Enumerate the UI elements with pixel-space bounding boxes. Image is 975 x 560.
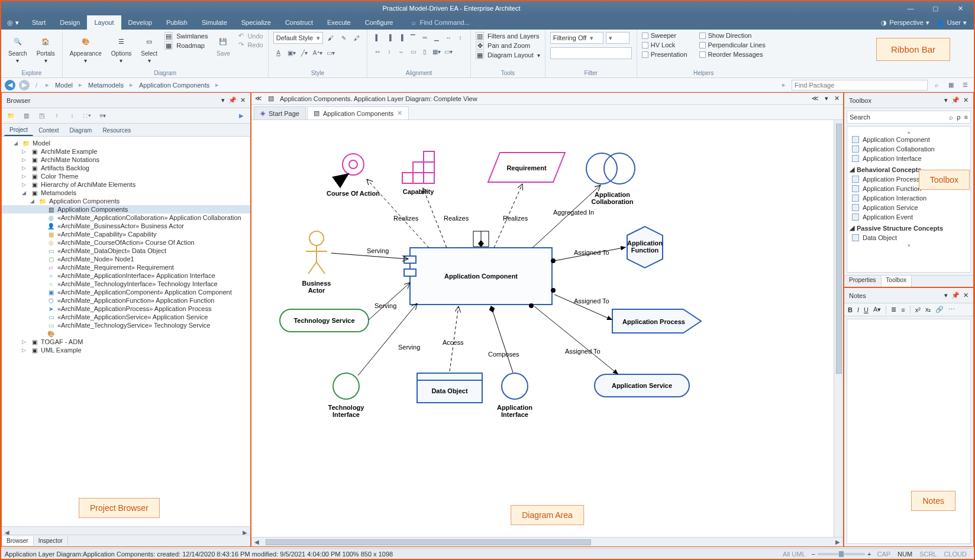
canvas-tab-start[interactable]: ◈Start Page <box>254 106 306 119</box>
tab-close-icon[interactable]: ✕ <box>397 109 402 117</box>
tree-requirement[interactable]: ▱«ArchiMate_Requirement» Requirement <box>2 263 250 271</box>
tree-node[interactable]: ▢«ArchiMate_Node» Node1 <box>2 255 250 263</box>
align-middle-button[interactable]: ═ <box>419 32 430 43</box>
filters-layers-button[interactable]: ▥Filters and Layers <box>476 32 540 40</box>
zoom-out-icon[interactable]: − <box>809 551 818 558</box>
browser-tab-resources[interactable]: Resources <box>97 125 136 136</box>
tree-palette[interactable]: 🎨 <box>2 329 250 338</box>
browser-tab-project[interactable]: Project <box>4 124 33 136</box>
search-icon[interactable]: ⌕ <box>949 114 953 121</box>
tab-publish[interactable]: Publish <box>159 15 195 30</box>
vertical-scrollbar[interactable] <box>834 120 843 537</box>
panel-close-icon[interactable]: ✕ <box>963 292 968 299</box>
tab-execute[interactable]: Execute <box>320 15 358 30</box>
tree-capability[interactable]: ▦«ArchiMate_Capability» Capability <box>2 230 250 238</box>
element-app-function[interactable]: ApplicationFunction <box>627 226 663 268</box>
tree-model[interactable]: ◢📁Model <box>2 139 250 147</box>
find-command-input[interactable] <box>419 19 490 26</box>
element-app-component[interactable]: Application Component <box>404 248 552 305</box>
element-requirement[interactable]: Requirement <box>488 153 565 182</box>
tree-appcomp-diagram[interactable]: ▧Application Components <box>2 205 250 213</box>
element-app-collaboration[interactable]: ApplicationCollaboration <box>586 153 635 205</box>
tab-construct[interactable]: Construct <box>278 15 320 30</box>
line-button[interactable]: ╱▾ <box>299 47 310 58</box>
minimize-button[interactable]: — <box>902 5 919 12</box>
browser-tab-context[interactable]: Context <box>33 125 64 136</box>
tree-uml[interactable]: ▷▣UML Example <box>2 346 250 354</box>
filter-op-combo[interactable]: ▾ <box>606 32 629 44</box>
panel-dropdown-icon[interactable]: ▾ <box>944 292 948 299</box>
down-icon[interactable]: ↓ <box>67 111 78 121</box>
tab-toolbox[interactable]: Toolbox <box>882 276 912 287</box>
crumb-metamodels[interactable]: Metamodels <box>88 82 124 89</box>
style-combo[interactable]: Default Style▾ <box>273 32 323 44</box>
tree-togaf[interactable]: ▷▣TOGAF - ADM <box>2 338 250 346</box>
tab-design[interactable]: Design <box>53 15 87 30</box>
swimlanes-button[interactable]: ▤Swimlanes <box>164 32 208 40</box>
tab-properties[interactable]: Properties <box>844 276 882 287</box>
brush-icon[interactable]: 🖍 <box>351 33 362 43</box>
toolbox-item[interactable]: Data Object <box>847 233 970 242</box>
border-button[interactable]: ▭▾ <box>325 47 336 58</box>
search-button[interactable]: 🔍 Search▾ <box>6 32 30 65</box>
element-course-of-action[interactable]: Course Of Action <box>327 154 380 197</box>
tab-simulate[interactable]: Simulate <box>195 15 234 30</box>
bottom-tab-browser[interactable]: Browser <box>2 536 34 545</box>
presentation-checkbox[interactable]: Presentation <box>642 51 687 58</box>
toolbox-item[interactable]: Application Service <box>847 203 970 212</box>
align-right-button[interactable]: ▐ <box>396 32 406 43</box>
space-h-button[interactable]: ▭ <box>408 46 418 57</box>
reorder-checkbox[interactable]: Reorder Messages <box>699 51 766 58</box>
tree-archimate-notations[interactable]: ▷▣ArchiMate Notations <box>2 156 250 164</box>
filter-mode-combo[interactable]: Filtering Off▾ <box>550 32 603 44</box>
tree-hierarchy[interactable]: ▷▣Hierarchy of ArchiMate Elements <box>2 180 250 189</box>
tree-appcomp-pkg[interactable]: ◢📁Application Components <box>2 197 250 205</box>
font-button[interactable]: A <box>273 47 284 58</box>
more-button[interactable]: ⋯ <box>948 306 955 313</box>
showdirection-checkbox[interactable]: Show Direction <box>699 32 766 39</box>
space-v-button[interactable]: ▯ <box>419 46 430 57</box>
horizontal-scrollbar[interactable]: ◀▶ <box>251 537 843 546</box>
toolbox-item[interactable]: Application Collaboration <box>847 144 970 154</box>
save-button[interactable]: 💾 Save <box>212 32 234 58</box>
app-menu-button[interactable]: ◎ ▾ <box>1 15 25 30</box>
bold-button[interactable]: B <box>848 306 853 313</box>
roadmap-button[interactable]: ▦Roadmap <box>164 41 208 50</box>
tree-icon[interactable]: ⸬▾ <box>82 111 93 121</box>
tree-techif[interactable]: ○«ArchiMate_TechnologyInterface» Technol… <box>2 280 250 288</box>
tab-start[interactable]: Start <box>25 15 53 30</box>
panel-dropdown-icon[interactable]: ▾ <box>944 96 948 104</box>
tree-courseofaction[interactable]: ◎«ArchiMate_CourseOfAction» Course Of Ac… <box>2 238 250 247</box>
diagram-canvas[interactable]: Course Of Action Capability Requirement <box>251 120 843 537</box>
bottom-tab-inspector[interactable]: Inspector <box>34 536 68 545</box>
appearance-button[interactable]: 🎨 Appearance▾ <box>67 32 104 65</box>
find-package-input[interactable] <box>792 80 928 90</box>
sub-button[interactable]: x₂ <box>925 306 931 313</box>
element-business-actor[interactable]: BusinessActor <box>302 231 331 294</box>
panel-pin-icon[interactable]: 📌 <box>951 96 960 104</box>
tree-color-theme[interactable]: ▷▣Color Theme <box>2 172 250 180</box>
toolbox-group-passive[interactable]: ◢Passive Structure Concepts <box>847 222 970 233</box>
toolbox-item[interactable]: Application Component <box>847 135 970 144</box>
redo-button[interactable]: ↷Redo <box>238 41 263 48</box>
select-button[interactable]: ▭ Select▾ <box>138 32 160 65</box>
tree-appcomp-el[interactable]: ▣«ArchiMate_ApplicationComponent» Applic… <box>2 288 250 296</box>
element-app-service[interactable]: Application Service <box>595 374 689 397</box>
bullet-button[interactable]: ≣ <box>891 306 896 313</box>
tab-layout[interactable]: Layout <box>87 15 121 30</box>
filter-text-input[interactable] <box>550 47 632 59</box>
user-menu[interactable]: 👤 User ▾ <box>937 19 967 27</box>
layout-button[interactable]: ▭▾ <box>443 46 454 57</box>
maximize-button[interactable]: ▢ <box>926 5 944 12</box>
italic-button[interactable]: I <box>857 306 859 313</box>
list-icon[interactable]: ≡▾ <box>98 111 108 121</box>
element-data-object[interactable]: Data Object <box>417 373 482 403</box>
fill-button[interactable]: ▣▾ <box>286 47 297 58</box>
find-package-go-icon[interactable]: ⌕ <box>931 80 942 90</box>
sweeper-checkbox[interactable]: Sweeper <box>642 32 687 39</box>
element-app-process[interactable]: Application Process <box>612 309 701 333</box>
crumb-appcomp[interactable]: Application Components <box>139 82 209 89</box>
tree-dataobj[interactable]: ▭«ArchiMate_DataObject» Data Object <box>2 247 250 255</box>
browser-tab-diagram[interactable]: Diagram <box>64 125 98 136</box>
panel-pin-icon[interactable]: 📌 <box>228 96 237 104</box>
